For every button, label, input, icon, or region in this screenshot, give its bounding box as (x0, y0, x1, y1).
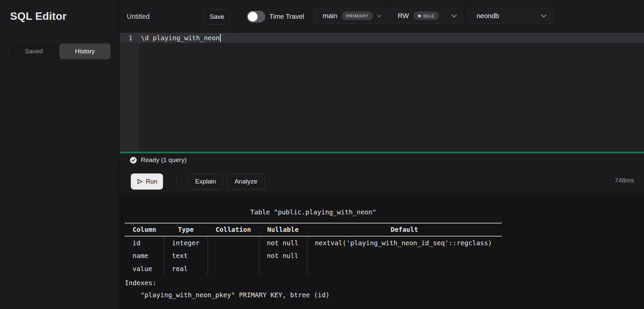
column-header: Default (307, 223, 502, 236)
results-panel: Table "public.playing_with_neon" Column … (120, 194, 644, 309)
check-circle-icon (130, 157, 137, 164)
status-text: Ready (1 query) (141, 156, 186, 164)
status-bar: Ready (1 query) (120, 153, 644, 167)
cell: nextval('playing_with_neon_id_seq'::regc… (307, 236, 502, 249)
time-travel-toggle[interactable] (247, 11, 265, 22)
run-button-label: Run (146, 178, 158, 185)
idle-status-badge: IDLE (414, 11, 439, 20)
tab-history[interactable]: History (59, 44, 110, 59)
cell: integer (164, 236, 208, 249)
cell (307, 249, 502, 262)
editor-header: Untitled Save Time Travel main PRIMARY R… (120, 0, 644, 33)
compute-name: RW (398, 12, 409, 20)
sql-editor-area[interactable]: 1 \d playing_with_neon (120, 33, 644, 152)
query-duration: 748ms (615, 167, 634, 193)
column-header: Nullable (259, 223, 307, 236)
sidebar-header: SQL Editor (0, 0, 119, 33)
toggle-knob (248, 12, 258, 21)
cell: not null (259, 249, 307, 262)
header-divider (238, 0, 239, 33)
chevron-down-icon (451, 13, 457, 18)
compute-selector[interactable]: RW IDLE (389, 8, 463, 24)
run-button[interactable]: Run (131, 173, 163, 190)
line-number: 1 (120, 33, 139, 43)
database-selector[interactable]: neondb (468, 8, 553, 24)
indexes-label: Indexes: (125, 279, 156, 287)
column-header: Column (125, 223, 164, 236)
result-table: Column Type Collation Nullable Default i… (125, 223, 502, 275)
sidebar: SQL Editor Saved History (0, 0, 119, 309)
editor-gutter (120, 33, 139, 152)
cell: value (125, 262, 164, 275)
code-line[interactable]: \d playing_with_neon (141, 33, 221, 43)
saved-history-segmented-control: Saved History (8, 43, 111, 59)
cell: real (164, 262, 208, 275)
table-row: id integer not null nextval('playing_wit… (125, 236, 502, 249)
code-text: \d playing_with_neon (141, 34, 220, 42)
cell: not null (259, 236, 307, 249)
explain-button[interactable]: Explain (188, 173, 223, 190)
play-icon (137, 178, 143, 185)
primary-badge: PRIMARY (342, 11, 373, 20)
text-cursor (220, 34, 221, 42)
cell (259, 262, 307, 275)
tab-saved[interactable]: Saved (8, 44, 59, 59)
cell: name (125, 249, 164, 262)
page-title: SQL Editor (10, 10, 67, 22)
cell: text (164, 249, 208, 262)
column-header: Collation (208, 223, 259, 236)
idle-status-text: IDLE (423, 13, 435, 18)
cell (307, 262, 502, 275)
analyze-button[interactable]: Analyze (227, 173, 265, 190)
column-header: Type (164, 223, 208, 236)
idle-status-dot (418, 14, 421, 17)
result-table-title: Table "public.playing_with_neon" (125, 208, 502, 216)
chevron-down-icon (541, 13, 547, 18)
branch-selector[interactable]: main PRIMARY (314, 8, 387, 24)
branch-name: main (323, 12, 337, 20)
toolbar-divider (176, 174, 177, 187)
cell (208, 249, 259, 262)
table-row: value real (125, 262, 502, 275)
time-travel-label: Time Travel (269, 0, 304, 33)
cell (208, 236, 259, 249)
chevron-down-icon (377, 13, 381, 18)
query-title[interactable]: Untitled (127, 0, 150, 33)
save-button[interactable]: Save (204, 9, 230, 24)
cell (208, 262, 259, 275)
database-name: neondb (477, 12, 499, 20)
cell: id (125, 236, 164, 249)
table-row: name text not null (125, 249, 502, 262)
query-toolbar: Run Explain Analyze 748ms (120, 167, 644, 193)
index-definition: "playing_with_neon_pkey" PRIMARY KEY, bt… (125, 291, 329, 299)
result-header-row: Column Type Collation Nullable Default (125, 223, 502, 236)
